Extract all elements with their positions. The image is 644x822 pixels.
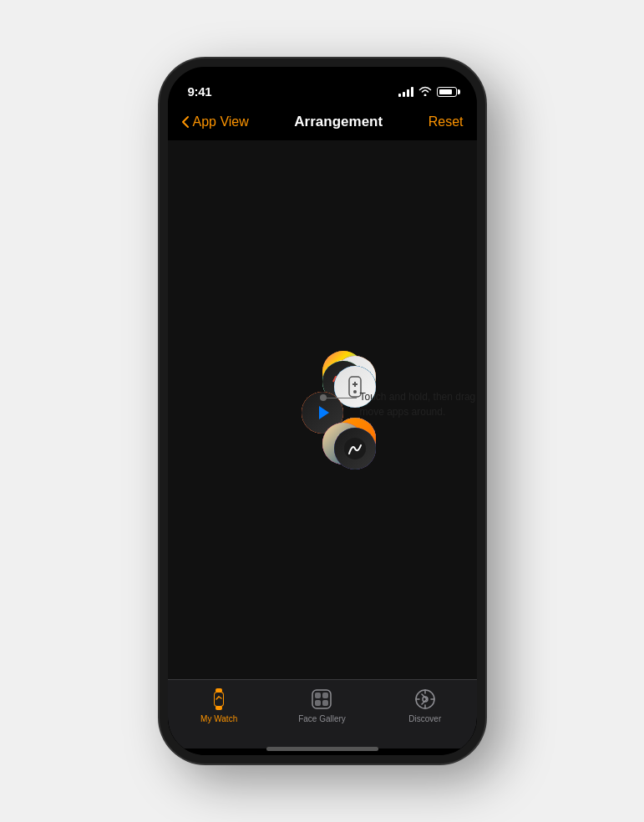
svg-rect-96 <box>312 690 331 708</box>
app-scribble[interactable] <box>334 428 376 469</box>
svg-rect-100 <box>322 700 328 706</box>
tab-discover[interactable]: Discover <box>396 687 454 723</box>
svg-rect-97 <box>315 693 321 698</box>
status-icons <box>398 85 457 99</box>
back-button[interactable]: App View <box>181 114 249 129</box>
home-indicator <box>168 748 477 755</box>
tab-face-gallery[interactable]: Face Gallery <box>292 687 351 723</box>
tab-my-watch[interactable]: My Watch <box>190 687 248 723</box>
tab-my-watch-label: My Watch <box>200 714 237 723</box>
home-bar <box>266 747 378 751</box>
my-watch-icon <box>206 687 231 712</box>
svg-point-47 <box>353 390 357 393</box>
tab-discover-label: Discover <box>408 714 441 723</box>
tab-bar: My Watch Face Gallery <box>168 679 477 748</box>
svg-rect-92 <box>216 688 222 693</box>
reset-button[interactable]: Reset <box>428 114 464 129</box>
notch <box>260 67 385 92</box>
svg-rect-93 <box>216 706 222 710</box>
svg-rect-98 <box>322 693 328 698</box>
nav-bar: App View Arrangement Reset <box>168 104 477 140</box>
nav-title: Arrangement <box>294 114 383 130</box>
back-label: App View <box>193 114 249 129</box>
status-time: 9:41 <box>188 84 212 99</box>
battery-icon <box>437 87 457 97</box>
annotation: Touch and hold, then drag to move apps a… <box>360 389 477 419</box>
signal-bars-icon <box>398 87 413 97</box>
content-area: TUE 15 <box>168 140 477 679</box>
screen: 9:41 <box>168 67 477 755</box>
svg-marker-65 <box>319 406 329 419</box>
tab-face-gallery-label: Face Gallery <box>298 714 346 723</box>
app-grid: TUE 15 <box>302 372 343 449</box>
phone-frame: 9:41 <box>160 58 485 764</box>
wifi-icon <box>418 85 432 99</box>
annotation-text: Touch and hold, then drag to move apps a… <box>360 389 477 419</box>
svg-rect-99 <box>315 700 321 706</box>
face-gallery-icon <box>309 687 334 712</box>
discover-icon <box>413 687 438 712</box>
grid-rows: TUE 15 <box>302 372 343 449</box>
